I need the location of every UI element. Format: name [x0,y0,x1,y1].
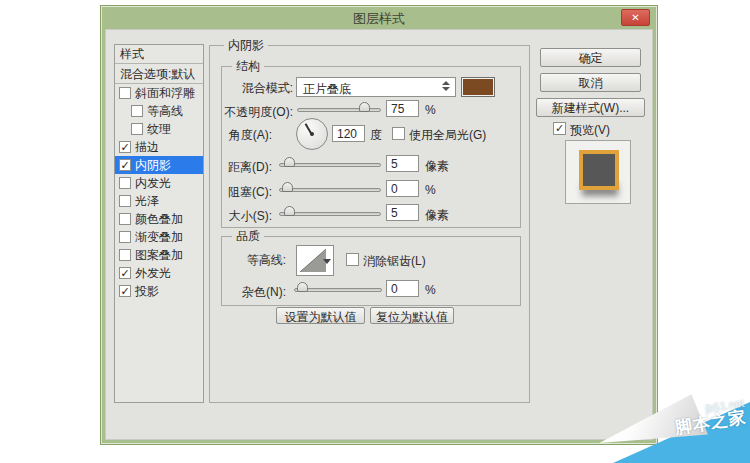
styles-list-items: 斜面和浮雕等高线纹理✓描边✓内阴影内发光光泽颜色叠加渐变叠加图案叠加✓外发光✓投… [115,84,203,300]
sidebar-item-label: 投影 [135,283,159,300]
size-input[interactable]: 5 [386,204,419,221]
sidebar-item-label: 等高线 [147,103,183,120]
style-preview [565,140,631,204]
sidebar-item-texture[interactable]: 纹理 [115,120,203,138]
opacity-slider-handle[interactable] [359,102,370,112]
sidebar-item-label: 内阴影 [135,157,171,174]
choke-slider-handle[interactable] [282,182,293,192]
unchecked-checkbox-icon[interactable] [119,213,131,225]
sidebar-item-blending-options[interactable]: 混合选项:默认 [115,64,203,84]
choke-unit: % [425,183,436,197]
sidebar-item-label: 颜色叠加 [135,211,183,228]
distance-label: 距离(D): [222,159,272,176]
sidebar-item-satin[interactable]: 光泽 [115,192,203,210]
blend-mode-label: 混合模式: [222,80,293,97]
unchecked-checkbox-icon[interactable] [119,195,131,207]
close-button[interactable]: ✕ [621,9,650,26]
contour-picker[interactable] [296,245,334,276]
sidebar-item-outer-glow[interactable]: ✓外发光 [115,264,203,282]
opacity-slider[interactable] [297,108,381,112]
angle-label: 角度(A): [222,127,272,144]
checked-checkbox-icon[interactable]: ✓ [119,141,131,153]
sidebar-item-label: 描边 [135,139,159,156]
sidebar-item-color-overlay[interactable]: 颜色叠加 [115,210,203,228]
unchecked-checkbox-icon[interactable] [131,123,143,135]
structure-group: 结构 混合模式: 正片叠底 不透明度(O): 75 % [221,66,521,228]
sidebar-item-stroke[interactable]: ✓描边 [115,138,203,156]
dialog-titlebar[interactable]: 图层样式 ✕ [101,6,657,29]
angle-unit: 度 [370,127,382,144]
sidebar-item-bevel-emboss[interactable]: 斜面和浮雕 [115,84,203,102]
noise-input[interactable]: 0 [386,280,419,297]
opacity-input[interactable]: 75 [386,100,419,117]
unchecked-checkbox-icon[interactable] [131,105,143,117]
choke-slider[interactable] [279,188,381,192]
reset-default-button[interactable]: 复位为默认值 [370,307,454,324]
unchecked-checkbox-icon[interactable] [119,249,131,261]
quality-legend: 品质 [232,229,264,243]
screen: 图层样式 ✕ 样式 混合选项:默认 斜面和浮雕等高线纹理✓描边✓内阴影内发光光泽… [0,0,750,463]
preview-checkbox[interactable]: ✓ [553,122,566,135]
global-light-label: 使用全局光(G) [409,127,486,144]
preview-label: 预览(V) [570,122,610,139]
quality-group: 品质 等高线: 消除锯齿(L) 杂色(N): 0 % [221,236,521,306]
antialias-checkbox[interactable] [346,253,359,266]
sidebar-item-inner-glow[interactable]: 内发光 [115,174,203,192]
size-unit: 像素 [425,207,449,224]
panel-title: 内阴影 [224,38,268,52]
sidebar-item-label: 外发光 [135,265,171,282]
choke-label: 阻塞(C): [222,184,272,201]
unchecked-checkbox-icon[interactable] [119,177,131,189]
noise-slider[interactable] [294,288,382,292]
unchecked-checkbox-icon[interactable] [119,231,131,243]
structure-legend: 结构 [232,59,264,73]
checked-checkbox-icon[interactable]: ✓ [119,267,131,279]
dialog-title: 图层样式 [101,10,657,28]
updown-arrows-icon [442,81,450,91]
global-light-checkbox[interactable] [392,127,405,140]
angle-input[interactable]: 120 [332,125,365,142]
opacity-unit: % [425,103,436,117]
preview-thumbnail [579,150,619,190]
sidebar-item-label: 渐变叠加 [135,229,183,246]
blend-mode-select[interactable]: 正片叠底 [296,77,456,97]
distance-slider[interactable] [279,163,381,167]
sidebar-item-pattern-overlay[interactable]: 图案叠加 [115,246,203,264]
sidebar-item-label: 内发光 [135,175,171,192]
sidebar-item-contour[interactable]: 等高线 [115,102,203,120]
new-style-button[interactable]: 新建样式(W)... [536,98,645,117]
sidebar-item-inner-shadow[interactable]: ✓内阴影 [115,156,203,174]
chevron-down-icon [323,259,331,264]
styles-list-header: 样式 [115,45,203,64]
styles-list: 样式 混合选项:默认 斜面和浮雕等高线纹理✓描边✓内阴影内发光光泽颜色叠加渐变叠… [114,44,204,403]
close-icon: ✕ [631,12,639,23]
make-default-button[interactable]: 设置为默认值 [276,307,365,324]
choke-input[interactable]: 0 [386,180,419,197]
ok-button[interactable]: 确定 [540,48,641,67]
size-slider[interactable] [279,212,381,216]
noise-label: 杂色(N): [222,284,286,301]
dialog-body: 样式 混合选项:默认 斜面和浮雕等高线纹理✓描边✓内阴影内发光光泽颜色叠加渐变叠… [105,29,653,440]
noise-unit: % [425,283,436,297]
distance-unit: 像素 [425,158,449,175]
sidebar-item-label: 图案叠加 [135,247,183,264]
sidebar-item-label: 纹理 [147,121,171,138]
sidebar-item-label: 斜面和浮雕 [135,85,195,102]
unchecked-checkbox-icon[interactable] [119,87,131,99]
contour-label: 等高线: [222,252,286,269]
size-slider-handle[interactable] [284,206,295,216]
distance-input[interactable]: 5 [386,155,419,172]
sidebar-item-label: 光泽 [135,193,159,210]
cancel-button[interactable]: 取消 [540,73,641,92]
antialias-label: 消除锯齿(L) [363,253,426,270]
sidebar-item-gradient-overlay[interactable]: 渐变叠加 [115,228,203,246]
checked-checkbox-icon[interactable]: ✓ [119,159,131,171]
noise-slider-handle[interactable] [297,282,308,292]
distance-slider-handle[interactable] [284,157,295,167]
checked-checkbox-icon[interactable]: ✓ [119,285,131,297]
angle-center-icon [310,132,314,136]
shadow-color-swatch[interactable] [461,77,495,97]
angle-dial[interactable] [296,118,328,150]
layer-style-dialog: 图层样式 ✕ 样式 混合选项:默认 斜面和浮雕等高线纹理✓描边✓内阴影内发光光泽… [100,5,658,445]
sidebar-item-drop-shadow[interactable]: ✓投影 [115,282,203,300]
